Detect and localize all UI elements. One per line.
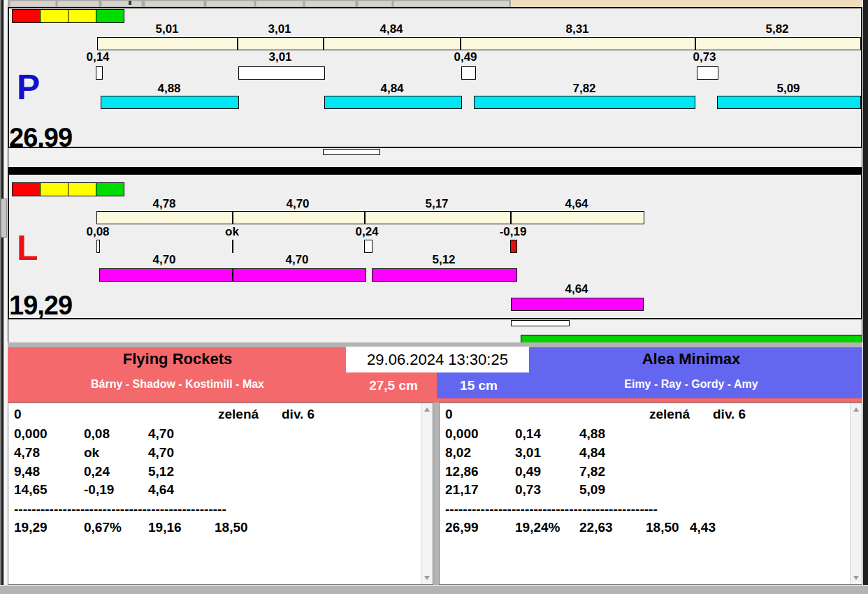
log-cell-division: div. 6 (713, 407, 746, 421)
window-fragment (393, 1, 509, 7)
window-fragment (206, 1, 254, 7)
scale-divider (323, 38, 324, 50)
scroll-down-icon[interactable] (424, 576, 430, 580)
lane-l-status-yellow1 (40, 182, 68, 196)
log-cell: 4,70 (148, 427, 174, 440)
window-fragment (10, 1, 56, 7)
log-total: 18,50 (215, 521, 248, 534)
team-left-log: 0 zelená div. 6 0,000 0,08 4,70 4,78 ok … (8, 403, 433, 585)
scroll-up-icon[interactable] (853, 407, 859, 412)
scale-segment-label: 4,64 (565, 198, 588, 210)
lane-p-scale-bar (97, 37, 861, 50)
bar-label: 4,64 (565, 283, 588, 295)
lane-l-total: 19,29 (9, 292, 72, 319)
bar-label: 5,12 (432, 254, 455, 266)
log-cell: 0,000 (445, 427, 479, 440)
gap-marker-box (697, 66, 718, 80)
bar-divider (232, 269, 233, 281)
window-chrome-top-right (511, 0, 862, 7)
window-fragment (358, 1, 392, 7)
window-fragment (145, 1, 204, 7)
log-cell: 14,65 (14, 483, 48, 496)
measure-bar (101, 96, 239, 109)
scale-segment-label: 8,31 (565, 23, 588, 35)
bar-label: 4,84 (380, 82, 403, 94)
gap-label: 0,49 (454, 51, 477, 63)
team-left-name: Flying Rockets (8, 352, 347, 367)
log-cell: 0,14 (515, 427, 541, 440)
scale-segment-label: 5,01 (155, 23, 178, 35)
gap-marker-box (238, 66, 325, 80)
lane-p-status-yellow1 (40, 9, 68, 23)
log-cell: 0,08 (84, 427, 110, 440)
scale-divider (695, 38, 696, 50)
window-fragment (129, 1, 131, 5)
scale-segment-label: 4,70 (286, 198, 309, 210)
gap-marker-tick (232, 240, 233, 253)
lane-p-panel (8, 7, 862, 148)
lane-l-scale-bar (96, 211, 644, 224)
window-left-edge (0, 0, 8, 594)
lane-p-letter: P (17, 70, 40, 105)
gap-label: 0,24 (355, 226, 378, 238)
gap-label: 0,08 (86, 226, 109, 238)
lane-p-total: 26,99 (9, 124, 72, 151)
log-separator: ----------------------------------------… (445, 502, 658, 516)
scroll-down-icon[interactable] (853, 576, 859, 580)
lane-l-status-yellow2 (68, 182, 96, 196)
log-scrollbar[interactable] (421, 403, 433, 584)
log-cell: 5,12 (148, 465, 174, 478)
window-fragment (305, 1, 356, 7)
team-right-log: 0 zelená div. 6 0,000 0,14 4,88 8,02 3,0… (439, 403, 862, 585)
log-cell: 0,73 (515, 483, 541, 496)
scale-segment-label: 4,78 (152, 198, 175, 210)
log-cell: 8,02 (445, 446, 471, 459)
lane-p-substrip (8, 148, 862, 167)
log-cell-color: zelená (649, 407, 690, 421)
lane-p-status-green (96, 9, 124, 23)
scroll-up-icon[interactable] (424, 407, 430, 412)
bar-label: 4,88 (157, 82, 180, 94)
log-scrollbar[interactable] (850, 403, 862, 584)
datetime-display: 29.06.2024 13:30:25 (346, 347, 529, 372)
scale-divider (237, 38, 238, 50)
scale-divider (364, 212, 366, 224)
log-cell: 5,09 (579, 483, 605, 496)
log-cell: 0,000 (14, 427, 48, 440)
measure-bar (474, 96, 695, 109)
team-right-distance: 15 cm (438, 379, 519, 392)
team-left-distance: 27,5 cm (349, 379, 437, 392)
edge-scrollbar-thumb[interactable] (1, 198, 7, 238)
gap-marker-box-negative (510, 240, 517, 253)
gap-label: 0,14 (86, 51, 109, 63)
log-separator: ----------------------------------------… (14, 502, 226, 516)
bar-label: 7,82 (572, 82, 595, 94)
log-cell-division: div. 6 (282, 407, 314, 421)
log-total: 4,43 (690, 521, 716, 534)
window-fragment (256, 1, 303, 7)
log-cell: -0,19 (84, 483, 114, 496)
team-right-members: Eimy - Ray - Gordy - Amy (524, 379, 858, 390)
gap-marker-box (96, 240, 100, 253)
log-cell: 4,84 (579, 446, 605, 459)
team-left-members: Bárny - Shadow - Kostimill - Max (8, 379, 347, 390)
log-cell: 9,48 (14, 465, 40, 478)
log-total: 22,63 (579, 521, 613, 534)
log-total: 19,24% (515, 521, 560, 534)
log-total: 18,50 (646, 521, 679, 534)
log-cell-color: zelená (218, 407, 259, 421)
window-bottom-edge (0, 585, 868, 594)
scale-divider (510, 212, 512, 224)
team-right-name: Alea Minimax (524, 352, 858, 367)
log-cell: 4,70 (148, 446, 174, 459)
log-cell: 0,49 (515, 465, 541, 478)
lane-p-status-red (12, 9, 41, 23)
bar-label: 4,70 (152, 254, 175, 266)
log-cell: 4,78 (14, 446, 40, 459)
window-fragment (57, 1, 99, 7)
gap-label: 0,73 (693, 51, 716, 63)
lane-l-status-green (96, 182, 124, 196)
measure-bar (99, 268, 366, 282)
log-cell: 0 (445, 407, 453, 421)
scale-segment-label: 5,17 (425, 198, 448, 210)
